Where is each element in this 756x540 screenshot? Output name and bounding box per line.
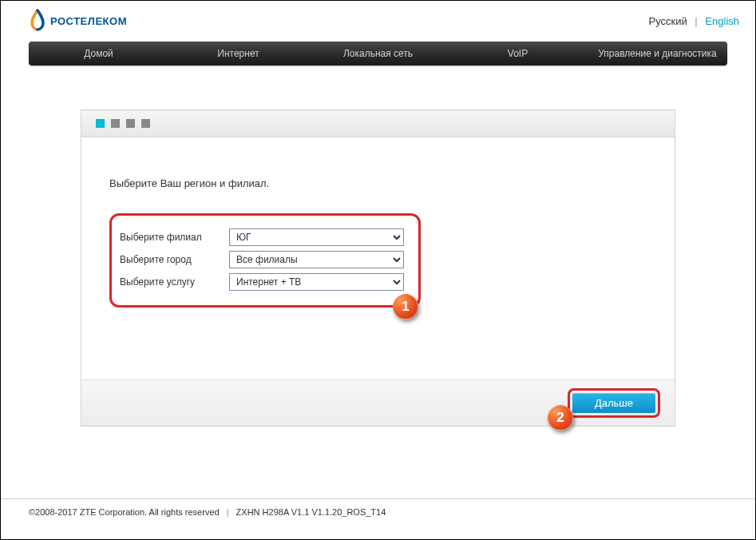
wizard-content: Выберите Ваш регион и филиал. Выберите ф…: [81, 137, 675, 379]
nav-management[interactable]: Управление и диагностика: [588, 42, 727, 66]
city-row: Выберите город Все филиалы: [120, 251, 404, 268]
branch-label: Выберите филиал: [120, 232, 220, 243]
wizard-footer: Дальше 2: [81, 379, 675, 426]
step-3: [126, 119, 135, 128]
wizard-progress: [81, 110, 675, 137]
wizard-panel: Выберите Ваш регион и филиал. Выберите ф…: [81, 109, 675, 427]
callout-badge-1: 1: [393, 294, 418, 320]
step-1: [96, 119, 105, 128]
service-label: Выберите услугу: [120, 276, 220, 288]
language-switcher: Русский | English: [648, 15, 739, 27]
branch-select[interactable]: ЮГ: [229, 228, 404, 246]
nav-home[interactable]: Домой: [29, 42, 168, 66]
step-2: [111, 119, 120, 128]
header: РОСТЕЛЕКОМ Русский | English: [1, 1, 755, 38]
service-select[interactable]: Интернет + ТВ: [229, 273, 404, 291]
city-select[interactable]: Все филиалы: [229, 251, 404, 268]
next-button-highlight: Дальше 2: [568, 388, 660, 418]
brand-logo: РОСТЕЛЕКОМ: [29, 9, 127, 34]
nav-voip[interactable]: VoIP: [448, 42, 588, 66]
lang-russian[interactable]: Русский: [648, 15, 687, 27]
brand-name: РОСТЕЛЕКОМ: [50, 15, 127, 27]
branch-row: Выберите филиал ЮГ: [120, 228, 404, 246]
service-row: Выберите услугу Интернет + ТВ: [120, 273, 404, 291]
callout-badge-2: 2: [548, 405, 573, 431]
nav-lan[interactable]: Локальная сеть: [308, 42, 448, 66]
lang-english[interactable]: English: [705, 15, 739, 27]
step-4: [141, 119, 150, 128]
instruction-text: Выберите Ваш регион и филиал.: [109, 177, 647, 189]
next-button[interactable]: Дальше: [572, 393, 655, 413]
region-fieldset: Выберите филиал ЮГ Выберите город Все фи…: [109, 213, 421, 308]
copyright-bar: ©2008-2017 ZTE Corporation. All rights r…: [1, 498, 755, 525]
rostelecom-icon: [29, 9, 46, 34]
copyright-text: ©2008-2017 ZTE Corporation. All rights r…: [29, 507, 220, 517]
main-nav: Домой Интернет Локальная сеть VoIP Управ…: [29, 42, 727, 66]
version-text: ZXHN H298A V1.1 V1.1.20_ROS_T14: [236, 507, 386, 517]
nav-internet[interactable]: Интернет: [168, 42, 308, 66]
city-label: Выберите город: [120, 254, 220, 265]
